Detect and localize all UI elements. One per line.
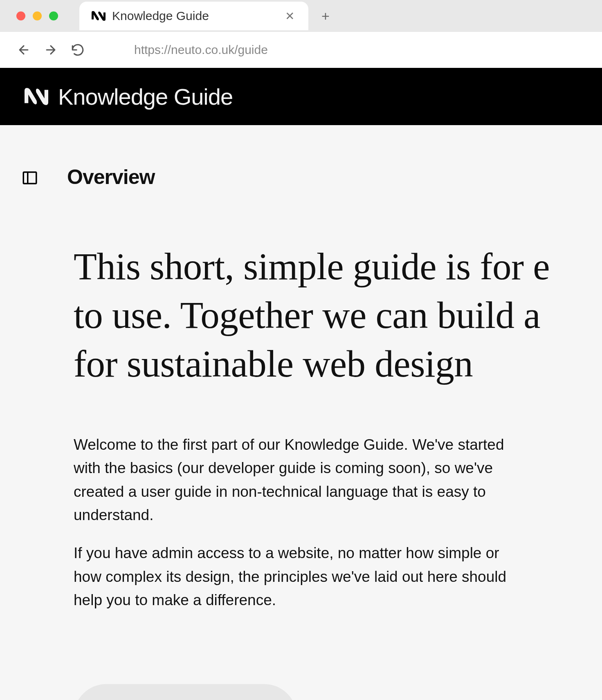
- cta-area: GET STARTED: [0, 627, 602, 700]
- window-minimize-button[interactable]: [33, 11, 42, 20]
- paragraph-1: Welcome to the first part of our Knowled…: [74, 433, 507, 527]
- back-button[interactable]: [16, 43, 31, 57]
- site-title: Knowledge Guide: [58, 83, 233, 110]
- site-header: Knowledge Guide: [0, 68, 602, 125]
- body-copy: Welcome to the first part of our Knowled…: [0, 388, 532, 612]
- browser-chrome: Knowledge Guide ✕ + https://neuto.co.uk/…: [0, 0, 602, 68]
- site-logo-icon: [25, 85, 48, 108]
- window-close-button[interactable]: [16, 11, 25, 20]
- paragraph-2: If you have admin access to a website, n…: [74, 541, 507, 612]
- tab-title: Knowledge Guide: [112, 9, 277, 23]
- page-content: Knowledge Guide Overview This short, sim…: [0, 68, 602, 700]
- forward-button[interactable]: [43, 43, 58, 57]
- get-started-button[interactable]: GET STARTED: [74, 684, 297, 700]
- address-bar[interactable]: https://neuto.co.uk/guide: [97, 43, 586, 57]
- tab-bar: Knowledge Guide ✕ +: [0, 0, 602, 32]
- tab-close-icon[interactable]: ✕: [283, 8, 296, 25]
- section-title: Overview: [67, 165, 155, 189]
- window-controls: [16, 11, 58, 20]
- navigation-bar: https://neuto.co.uk/guide: [0, 32, 602, 68]
- reload-button[interactable]: [70, 43, 85, 57]
- tab-favicon-icon: [92, 9, 106, 23]
- hero-line-2: to use. Together we can build a: [74, 291, 602, 339]
- hero-heading: This short, simple guide is for e to use…: [0, 189, 602, 388]
- window-maximize-button[interactable]: [49, 11, 58, 20]
- hero-line-1: This short, simple guide is for e: [74, 242, 602, 291]
- hero-line-3: for sustainable web design: [74, 339, 602, 388]
- sidebar-toggle-icon[interactable]: [21, 169, 38, 188]
- section-header-row: Overview: [0, 165, 602, 189]
- main-content: Overview This short, simple guide is for…: [0, 125, 602, 700]
- browser-tab[interactable]: Knowledge Guide ✕: [79, 2, 308, 30]
- svg-rect-0: [23, 172, 36, 184]
- new-tab-button[interactable]: +: [314, 8, 337, 24]
